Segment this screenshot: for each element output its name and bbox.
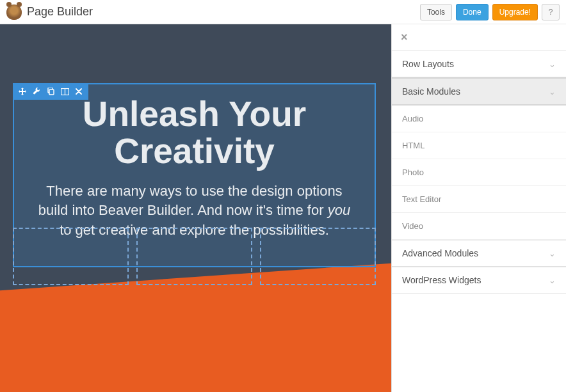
section-label: Advanced Modules [402,248,478,258]
canvas[interactable]: Unleash Your Creativity There are many w… [0,24,391,392]
module-item[interactable]: HTML [392,132,566,159]
tools-button[interactable]: Tools [420,4,452,20]
module-item[interactable]: Audio [392,106,566,132]
column-icon[interactable] [58,84,72,99]
chevron-down-icon: ⌄ [549,276,556,285]
drop-zone[interactable] [136,228,252,285]
svg-rect-1 [49,90,54,95]
subtext-before: There are many ways to use the design op… [38,183,343,219]
module-item[interactable]: Photo [392,159,566,186]
drop-zone[interactable] [13,228,129,285]
copy-icon[interactable] [44,84,58,99]
move-icon[interactable] [15,84,29,99]
chevron-down-icon: ⌄ [549,249,556,258]
module-item[interactable]: Text Editor [392,186,566,213]
chevron-down-icon: ⌄ [549,87,556,97]
drop-row [13,228,376,285]
upgrade-button[interactable]: Upgrade! [492,4,538,20]
help-button[interactable]: ? [542,4,560,20]
done-button[interactable]: Done [456,4,489,20]
beaver-icon [6,4,22,20]
section-advanced-modules[interactable]: Advanced Modules ⌄ [392,240,566,267]
brand: Page Builder [6,4,93,20]
section-basic-modules[interactable]: Basic Modules ⌄ [392,77,566,106]
drop-zone[interactable] [260,228,376,285]
wrench-icon[interactable] [29,84,44,99]
module-item[interactable]: Video [392,213,566,240]
section-row-layouts[interactable]: Row Layouts ⌄ [392,51,566,77]
section-label: Row Layouts [402,59,454,69]
basic-modules-list: AudioHTMLPhotoText EditorVideo [392,106,566,240]
close-icon[interactable] [72,84,86,99]
panel-close-button[interactable]: × [392,24,566,51]
top-bar: Page Builder Tools Done Upgrade! ? [0,0,566,24]
heading-text[interactable]: Unleash Your Creativity [33,96,355,170]
module-toolbar [13,83,88,100]
section-label: Basic Modules [402,86,460,97]
subtext-em: you [328,202,350,218]
side-panel: × Row Layouts ⌄ Basic Modules ⌄ AudioHTM… [391,24,566,392]
section-label: WordPress Widgets [402,275,481,285]
app-title: Page Builder [27,5,93,19]
section-wordpress-widgets[interactable]: WordPress Widgets ⌄ [392,267,566,294]
chevron-down-icon: ⌄ [549,59,556,69]
